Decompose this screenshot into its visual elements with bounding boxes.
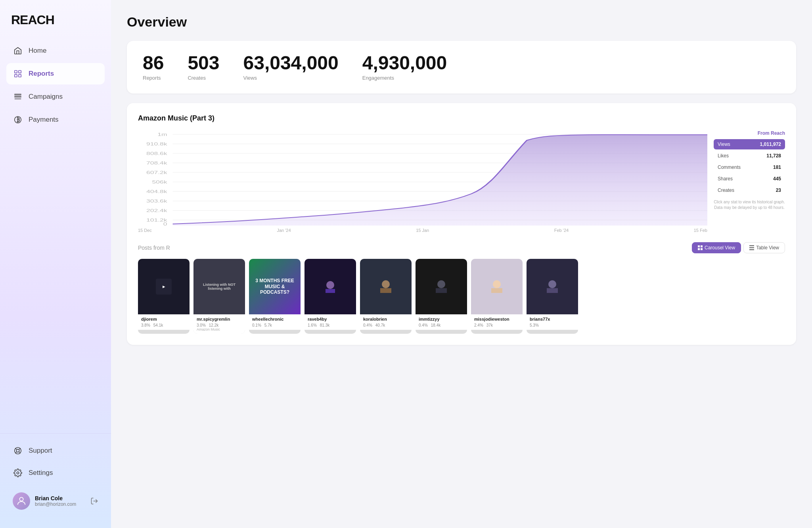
carousel-view-button[interactable]: Carousel View [692,242,741,253]
support-icon [13,446,23,456]
post-engagement: 5.3% [530,323,539,327]
post-tag: Amazon Music [197,327,242,331]
legend-likes-label: Likes [718,153,729,159]
legend-item-creates[interactable]: Creates 23 [714,185,785,195]
stat-engagements-label: Engagements [362,75,447,81]
post-stats: 3.8% 54.1k [141,323,186,327]
svg-rect-47 [436,288,447,293]
legend-item-views[interactable]: Views 1,011,972 [714,139,785,149]
svg-text:404.8k: 404.8k [146,189,168,194]
svg-text:0: 0 [163,222,167,226]
sidebar-support-label: Support [29,447,52,455]
app-logo: REACH [0,10,111,40]
list-item[interactable]: Listening with NOT listening with mr.spi… [193,259,245,334]
svg-rect-49 [491,288,502,293]
post-info: koralobrien 0.4% 40.7k [360,314,412,330]
legend-item-shares[interactable]: Shares 445 [714,174,785,184]
post-username: wheellechronic [252,317,297,321]
chart-area: 1m 910.8k 808.6k 708.4k 607.2k 506k 404.… [138,130,785,233]
svg-text:1m: 1m [157,132,167,137]
post-stats: 0.1% 5.7k [252,323,297,327]
sidebar-item-support[interactable]: Support [6,440,105,461]
stat-creates: 503 Creates [188,54,219,81]
post-engagement: 3.0% [197,323,206,327]
home-icon [13,46,23,56]
legend-shares-label: Shares [718,176,733,182]
svg-rect-51 [547,288,558,293]
posts-header: Posts from R Carousel View Table View [138,242,785,253]
stat-reports-value: 86 [143,54,164,73]
post-info: mr.spicygremlin 3.0% 12.2k Amazon Music [193,314,245,334]
svg-text:808.6k: 808.6k [146,151,168,156]
svg-rect-3 [19,75,21,77]
post-views: 18.4k [431,323,440,327]
user-profile: Brian Cole brian@horizon.com [6,487,105,515]
legend-item-likes[interactable]: Likes 11,728 [714,151,785,161]
list-item[interactable]: ▶ djiorem 3.8% 54.1k [138,259,190,334]
list-item[interactable]: 3 MONTHS FREE MUSIC & PODCASTS? wheellec… [249,259,301,334]
posts-section: Posts from R Carousel View Table View [138,242,785,337]
svg-text:202.4k: 202.4k [146,209,168,213]
legend-shares-value: 445 [773,176,781,182]
chart-area-fill [173,135,707,226]
view-toggle: Carousel View Table View [692,242,785,253]
post-info: djiorem 3.8% 54.1k [138,314,190,330]
post-stats: 3.0% 12.2k [197,323,242,327]
post-username: immtizzyy [419,317,464,321]
post-username: djiorem [141,317,186,321]
svg-point-10 [19,497,23,501]
svg-point-8 [16,449,19,452]
sidebar-item-campaigns[interactable]: Campaigns [6,86,105,107]
table-view-button[interactable]: Table View [743,242,785,253]
post-stats: 5.3% [530,323,575,327]
svg-rect-39 [749,249,754,250]
post-username: koralobrien [363,317,408,321]
sidebar-settings-label: Settings [29,469,53,477]
post-views: 40.7k [375,323,385,327]
stat-views-value: 63,034,000 [243,54,338,73]
sidebar-item-settings[interactable]: Settings [6,462,105,484]
legend-item-comments[interactable]: Comments 181 [714,162,785,172]
user-info: Brian Cole brian@horizon.com [35,495,86,507]
payments-icon [13,115,23,125]
chart-svg-container: 1m 910.8k 808.6k 708.4k 607.2k 506k 404.… [138,130,707,226]
list-item[interactable]: brians77x 5.3% [527,259,578,334]
stat-engagements: 4,930,000 Engagements [362,54,447,81]
legend-title: From Reach [714,130,785,136]
chart-svg: 1m 910.8k 808.6k 708.4k 607.2k 506k 404.… [138,130,707,226]
x-label-3: Feb '24 [554,228,569,233]
svg-text:▶: ▶ [163,285,165,289]
chart-x-labels: 15 Dec Jan '24 15 Jan Feb '24 15 Feb [138,226,707,233]
svg-point-46 [437,280,445,288]
svg-text:708.4k: 708.4k [146,161,168,165]
chart-main: 1m 910.8k 808.6k 708.4k 607.2k 506k 404.… [138,130,707,233]
post-views: 37k [486,323,493,327]
sidebar-reports-label: Reports [29,70,54,78]
stats-card: 86 Reports 503 Creates 63,034,000 Views … [127,41,796,94]
post-username: brians77x [530,317,575,321]
sidebar-item-payments[interactable]: Payments [6,109,105,130]
carousel-view-label: Carousel View [705,245,735,251]
user-name: Brian Cole [35,495,86,501]
sidebar-item-home[interactable]: Home [6,40,105,61]
post-info: immtizzyy 0.4% 18.4k [416,314,467,330]
legend-creates-value: 23 [776,187,781,193]
chart-legend: From Reach Views 1,011,972 Likes 11,728 … [714,130,785,233]
stat-views: 63,034,000 Views [243,54,338,81]
sidebar-item-reports[interactable]: Reports [6,63,105,84]
list-item[interactable]: immtizzyy 0.4% 18.4k [416,259,467,334]
post-engagement: 0.1% [252,323,261,327]
svg-rect-38 [749,247,754,248]
post-views: 5.7k [264,323,272,327]
stat-creates-label: Creates [188,75,219,81]
svg-point-44 [382,280,390,288]
list-item[interactable]: koralobrien 0.4% 40.7k [360,259,412,334]
post-stats: 0.4% 18.4k [419,323,464,327]
sidebar-bottom: Support Settings Brian Cole brian@horizo… [0,433,111,518]
post-engagement: 2.4% [474,323,483,327]
list-item[interactable]: raveb4by 1.6% 81.3k [304,259,356,334]
stat-engagements-value: 4,930,000 [362,54,447,73]
logout-button[interactable] [90,497,98,505]
list-item[interactable]: missjodieweston 2.4% 37k [471,259,523,334]
post-engagement: 3.8% [141,323,150,327]
